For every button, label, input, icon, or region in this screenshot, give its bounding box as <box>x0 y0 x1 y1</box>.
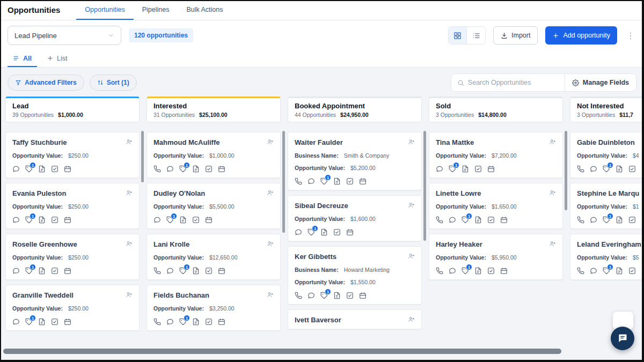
tag-icon[interactable]: 1 <box>179 318 187 326</box>
opportunity-card[interactable]: Taffy Stuchburie Opportunity Value: $250… <box>5 132 140 178</box>
check-icon[interactable] <box>346 292 354 299</box>
opportunity-card[interactable]: Dudley O'Nolan Opportunity Value: $5,500… <box>147 183 281 229</box>
phone-icon[interactable] <box>577 267 584 275</box>
chat-icon[interactable] <box>153 216 161 224</box>
check-icon[interactable] <box>51 318 58 326</box>
chat-icon[interactable] <box>12 165 20 173</box>
phone-icon[interactable] <box>153 318 161 326</box>
chat-icon[interactable] <box>590 267 597 275</box>
person-add-icon[interactable] <box>549 189 556 196</box>
person-add-icon[interactable] <box>408 253 415 260</box>
person-add-icon[interactable] <box>267 291 274 298</box>
doc-icon[interactable] <box>333 178 341 185</box>
opportunity-card[interactable]: Mahmoud McAuliffe Opportunity Value: $1,… <box>147 132 281 178</box>
tag-icon[interactable]: 1 <box>603 216 610 224</box>
check-icon[interactable] <box>628 216 636 224</box>
calendar-icon[interactable] <box>500 216 508 224</box>
person-add-icon[interactable] <box>126 189 133 196</box>
list-view-button[interactable] <box>467 27 485 44</box>
doc-icon[interactable] <box>616 165 623 173</box>
chat-icon[interactable] <box>590 216 597 224</box>
tab-add-list[interactable]: List <box>41 50 72 67</box>
tag-icon[interactable]: 1 <box>462 216 469 224</box>
calendar-icon[interactable] <box>487 165 495 173</box>
doc-icon[interactable] <box>616 267 623 275</box>
check-icon[interactable] <box>628 267 636 275</box>
opportunity-card[interactable]: Waiter Faulder Business Name: Smith & Co… <box>288 132 422 190</box>
doc-icon[interactable] <box>192 267 200 275</box>
chat-icon[interactable] <box>166 267 174 275</box>
check-icon[interactable] <box>628 165 636 173</box>
person-add-icon[interactable] <box>126 291 133 298</box>
horizontal-scrollbar-thumb[interactable] <box>3 349 561 354</box>
doc-icon[interactable] <box>38 267 46 275</box>
check-icon[interactable] <box>205 165 213 173</box>
doc-icon[interactable] <box>38 165 46 173</box>
person-add-icon[interactable] <box>549 240 556 247</box>
doc-icon[interactable] <box>38 318 46 326</box>
chat-widget-button[interactable] <box>611 327 634 350</box>
opportunity-card[interactable]: Sibeal Decreuze Opportunity Value: $1,60… <box>288 195 422 241</box>
tag-icon[interactable]: 1 <box>462 267 469 275</box>
check-icon[interactable] <box>487 216 495 224</box>
calendar-icon[interactable] <box>218 165 225 173</box>
opportunity-card[interactable]: Harley Heaker Opportunity Value: $5,950.… <box>429 234 563 280</box>
phone-icon[interactable] <box>436 216 443 224</box>
opportunity-card[interactable]: Linette Lowre Opportunity Value: $1,650.… <box>429 183 563 229</box>
tab-bulk-actions[interactable]: Bulk Actions <box>178 0 231 20</box>
chat-icon[interactable] <box>590 165 597 173</box>
tag-icon[interactable]: 1 <box>308 228 315 236</box>
tab-opportunities[interactable]: Opportunities <box>76 0 133 20</box>
chat-icon[interactable] <box>166 318 174 326</box>
calendar-icon[interactable] <box>359 292 367 299</box>
tag-icon[interactable]: 1 <box>179 165 187 173</box>
check-icon[interactable] <box>474 165 482 173</box>
person-add-icon[interactable] <box>408 316 415 323</box>
phone-icon[interactable] <box>295 178 302 185</box>
column-scrollbar-thumb[interactable] <box>141 131 144 182</box>
tag-icon[interactable]: 1 <box>320 292 328 299</box>
check-icon[interactable] <box>333 228 341 236</box>
opportunity-card[interactable]: Ker Gibbetts Business Name: Howard Marke… <box>288 246 422 305</box>
phone-icon[interactable] <box>295 292 302 299</box>
doc-icon[interactable] <box>192 165 200 173</box>
column-scrollbar-thumb[interactable] <box>423 131 426 241</box>
tag-icon[interactable]: 1 <box>449 165 456 173</box>
calendar-icon[interactable] <box>64 165 71 173</box>
doc-icon[interactable] <box>462 165 469 173</box>
tag-icon[interactable]: 1 <box>25 267 33 275</box>
tag-icon[interactable]: 1 <box>166 216 174 224</box>
calendar-icon[interactable] <box>359 178 367 185</box>
check-icon[interactable] <box>346 178 354 185</box>
chat-icon[interactable] <box>436 165 443 173</box>
tag-icon[interactable]: 1 <box>603 165 610 173</box>
opportunity-card[interactable]: Granville Tweddell Opportunity Value: $2… <box>5 285 140 331</box>
chat-icon[interactable] <box>12 267 20 275</box>
check-icon[interactable] <box>51 267 58 275</box>
tab-pipelines[interactable]: Pipelines <box>134 0 178 20</box>
chat-icon[interactable] <box>12 318 20 326</box>
person-add-icon[interactable] <box>126 138 133 145</box>
tag-icon[interactable]: 1 <box>179 267 187 275</box>
check-icon[interactable] <box>487 267 495 275</box>
calendar-icon[interactable] <box>346 228 354 236</box>
opportunity-card[interactable]: Lani Krolle Opportunity Value: $12,650.0… <box>147 234 281 280</box>
pipeline-select[interactable]: Lead Pipeline <box>8 26 121 45</box>
calendar-icon[interactable] <box>205 216 213 224</box>
chat-icon[interactable] <box>308 292 315 299</box>
opportunity-card[interactable]: Ivett Baversor <box>288 309 422 329</box>
doc-icon[interactable] <box>192 318 200 326</box>
tag-icon[interactable]: 1 <box>603 267 610 275</box>
advanced-filters-button[interactable]: Advanced Filters <box>8 75 84 91</box>
doc-icon[interactable] <box>179 216 187 224</box>
doc-icon[interactable] <box>616 216 623 224</box>
calendar-icon[interactable] <box>641 165 644 173</box>
tab-all[interactable]: All <box>8 50 37 67</box>
search-input[interactable] <box>468 79 559 86</box>
check-icon[interactable] <box>51 165 58 173</box>
doc-icon[interactable] <box>333 292 341 299</box>
phone-icon[interactable] <box>153 165 161 173</box>
grid-view-button[interactable] <box>449 27 467 44</box>
calendar-icon[interactable] <box>641 267 644 275</box>
search-box[interactable] <box>451 74 565 91</box>
